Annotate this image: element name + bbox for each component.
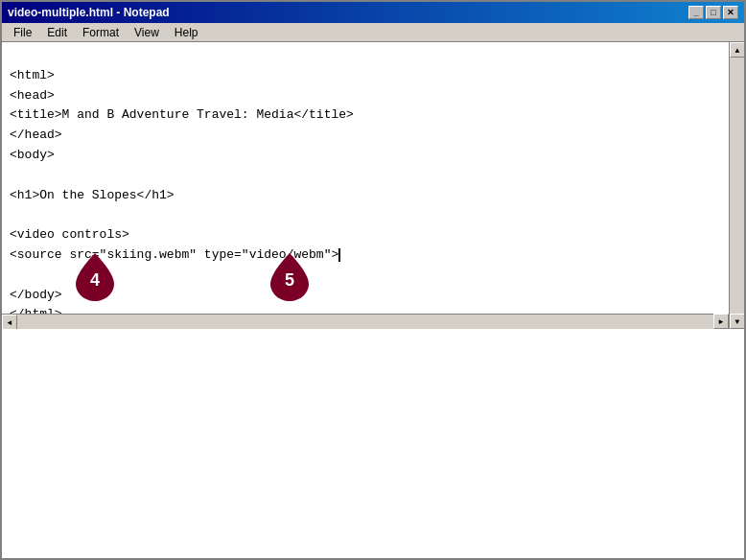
scroll-right-button[interactable]: ► — [713, 314, 729, 329]
close-button[interactable]: ✕ — [723, 6, 738, 19]
annotation-5: 5 — [270, 253, 309, 301]
svg-text:4: 4 — [90, 270, 100, 290]
minimize-button[interactable]: _ — [688, 6, 704, 19]
title-bar: video-multiple.html - Notepad _ □ ✕ — [2, 2, 744, 23]
svg-text:5: 5 — [285, 270, 294, 290]
menu-bar: File Edit Format View Help — [2, 23, 744, 42]
scroll-left-button[interactable]: ◄ — [2, 315, 17, 329]
editor-area[interactable]: <html> <head> <title>M and B Adventure T… — [2, 42, 744, 329]
horizontal-scrollbar[interactable]: ◄ ► — [2, 314, 729, 329]
vertical-scrollbar[interactable]: ▲ ▼ — [729, 42, 744, 329]
title-bar-buttons: _ □ ✕ — [688, 6, 738, 19]
window-title: video-multiple.html - Notepad — [8, 6, 170, 19]
annotation-drop-4: 4 — [76, 253, 114, 301]
menu-file[interactable]: File — [6, 24, 39, 41]
code-content: <html> <head> <title>M and B Adventure T… — [10, 46, 736, 325]
menu-help[interactable]: Help — [167, 24, 206, 41]
menu-view[interactable]: View — [127, 24, 167, 41]
menu-edit[interactable]: Edit — [39, 24, 75, 41]
annotation-4: 4 — [76, 253, 114, 301]
scroll-down-button[interactable]: ▼ — [730, 314, 744, 329]
annotation-drop-5: 5 — [270, 253, 309, 301]
scroll-up-button[interactable]: ▲ — [730, 42, 744, 58]
menu-format[interactable]: Format — [75, 24, 127, 41]
notepad-window: video-multiple.html - Notepad _ □ ✕ File… — [0, 0, 746, 560]
maximize-button[interactable]: □ — [706, 6, 721, 19]
editor-wrapper: <html> <head> <title>M and B Adventure T… — [2, 42, 744, 558]
text-cursor — [338, 248, 340, 262]
